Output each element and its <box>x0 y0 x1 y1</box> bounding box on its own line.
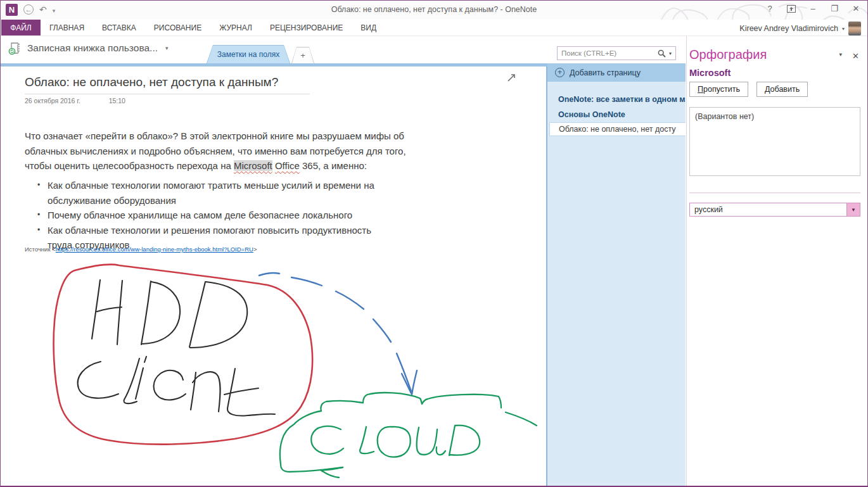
account-caret-icon: ▾ <box>842 26 845 32</box>
minimize-button[interactable]: – <box>805 3 820 15</box>
ink-red-circle[interactable] <box>54 265 313 445</box>
ink-hdd-label[interactable] <box>92 280 247 348</box>
notebook-sync-icon <box>8 41 22 55</box>
spelling-pane: Орфография ▾ ✕ Microsoft Пропустить Доба… <box>686 36 868 486</box>
close-button[interactable]: ✕ <box>848 3 864 15</box>
search-scope-caret-icon[interactable]: ▾ <box>669 51 672 56</box>
tab-file[interactable]: ФАЙЛ <box>1 20 41 35</box>
titlebar: N ← ↶ ▾ Облако: не оплачено, нет доступа… <box>1 1 867 20</box>
tab-draw[interactable]: РИСОВАНИЕ <box>145 20 210 35</box>
spelling-pane-title: Орфография <box>689 47 767 62</box>
ignore-button[interactable]: Пропустить <box>689 82 748 97</box>
onenote-window: N ← ↶ ▾ Облако: не оплачено, нет доступа… <box>0 0 868 487</box>
ink-client-label[interactable] <box>78 357 275 416</box>
tab-view[interactable]: ВИД <box>352 20 385 35</box>
pane-options-caret-icon[interactable]: ▾ <box>839 51 843 61</box>
window-controls: ? – ❐ ✕ <box>762 3 864 15</box>
search-input[interactable]: Поиск (CTRL+E) ▾ <box>557 46 676 60</box>
language-value: русский <box>690 205 846 214</box>
search-icon <box>658 49 666 58</box>
page-tab-onenote-basics[interactable]: Основы OneNote <box>558 110 625 119</box>
page-tab-cloud-selected[interactable]: Облако: не оплачено, нет досту <box>549 122 686 136</box>
search-placeholder: Поиск (CTRL+E) <box>561 49 658 57</box>
tab-home[interactable]: ГЛАВНАЯ <box>41 20 93 35</box>
account-area[interactable]: Kireev Andrey Vladimirovich ▾ <box>739 22 861 35</box>
pane-close-icon[interactable]: ✕ <box>852 51 859 61</box>
window-title: Облако: не оплачено, нет доступа к данны… <box>1 5 867 14</box>
page-tab-onenote-notes[interactable]: OneNote: все заметки в одном м <box>558 95 686 104</box>
maximize-button[interactable]: ❐ <box>827 3 842 15</box>
language-caret-icon[interactable]: ▼ <box>846 203 860 216</box>
page-list-panel: + Добавить страницу OneNote: все заметки… <box>547 63 686 486</box>
ribbon-tab-row: ФАЙЛ ГЛАВНАЯ ВСТАВКА РИСОВАНИЕ ЖУРНАЛ РЕ… <box>1 20 867 35</box>
notebook-dropdown[interactable]: Записная книжка пользова... ▾ <box>8 41 169 55</box>
misspelled-word-display: Microsoft <box>689 68 731 78</box>
notebook-caret-icon: ▾ <box>165 45 169 51</box>
add-to-dictionary-button[interactable]: Добавить <box>756 82 808 97</box>
tab-insert[interactable]: ВСТАВКА <box>93 20 145 35</box>
pane-divider <box>689 193 860 193</box>
language-dropdown[interactable]: русский ▼ <box>689 203 860 217</box>
add-page-button[interactable]: + Добавить страницу <box>547 63 686 82</box>
tab-review[interactable]: РЕЦЕНЗИРОВАНИЕ <box>261 20 352 35</box>
ink-drawing[interactable] <box>1 66 546 486</box>
ink-cloud-label[interactable] <box>311 426 480 457</box>
avatar[interactable] <box>848 22 861 35</box>
ink-cloud-shape[interactable] <box>280 393 537 478</box>
add-page-plus-icon: + <box>555 68 565 77</box>
tab-history[interactable]: ЖУРНАЛ <box>210 20 261 35</box>
account-name: Kireev Andrey Vladimirovich <box>739 24 838 33</box>
section-tab-margin-notes[interactable]: Заметки на полях <box>207 45 290 63</box>
suggestions-listbox[interactable]: (Вариантов нет) <box>689 107 860 176</box>
new-section-tab[interactable]: + <box>291 47 314 63</box>
page-canvas[interactable]: Облако: не оплачено, нет доступа к данны… <box>1 66 546 486</box>
notebook-name: Записная книжка пользова... <box>27 42 158 54</box>
ribbon-display-options-button[interactable] <box>784 3 799 15</box>
help-button[interactable]: ? <box>762 3 777 15</box>
